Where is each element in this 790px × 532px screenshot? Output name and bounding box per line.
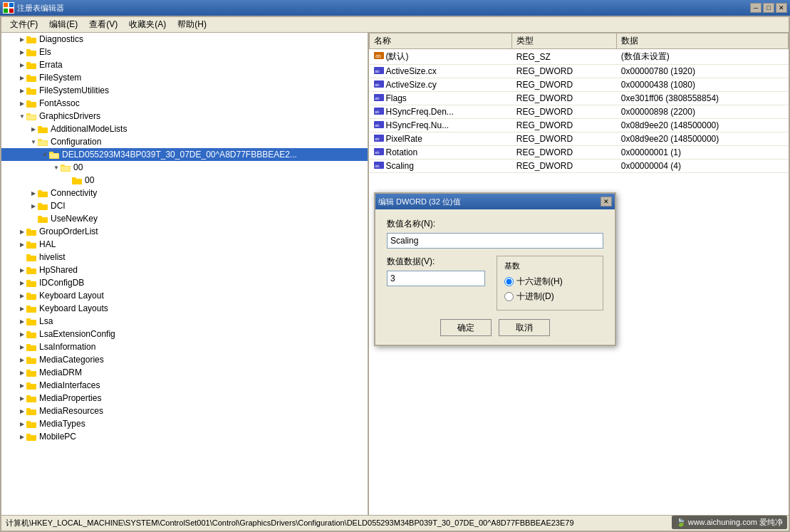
base-label: 基数 <box>504 261 596 271</box>
decimal-radio-item[interactable]: 十进制(D) <box>504 291 596 303</box>
dialog-title-bar: 编辑 DWORD (32 位)值 ✕ <box>375 194 615 209</box>
cancel-button[interactable]: 取消 <box>499 319 550 336</box>
ok-button[interactable]: 确定 <box>440 319 492 336</box>
decimal-radio[interactable] <box>504 292 514 301</box>
dialog-row: 数值数据(V): 基数 十六进制(H) 十进制(D) <box>387 256 603 311</box>
value-data-label: 数值数据(V): <box>387 256 485 268</box>
watermark-text: 🍃 <box>676 518 688 526</box>
hex-radio[interactable] <box>504 277 514 286</box>
watermark-label: www.aichuning.com 爱纯净 <box>688 518 783 526</box>
value-name-input[interactable] <box>387 233 603 249</box>
dialog-body: 数值名称(N): 数值数据(V): 基数 十六进制(H) 十进制(D) <box>375 209 615 345</box>
hex-radio-item[interactable]: 十六进制(H) <box>504 276 596 288</box>
dialog-buttons: 确定 取消 <box>387 319 603 336</box>
hex-label: 十六进制(H) <box>516 276 563 288</box>
dialog-close-button[interactable]: ✕ <box>601 197 612 207</box>
watermark: 🍃 www.aichuning.com 爱纯净 <box>672 516 787 529</box>
dialog-left: 数值数据(V): <box>387 256 485 311</box>
edit-dword-dialog: 编辑 DWORD (32 位)值 ✕ 数值名称(N): 数值数据(V): 基数 … <box>374 192 616 346</box>
value-data-input[interactable] <box>387 271 485 286</box>
dialog-overlay: 编辑 DWORD (32 位)值 ✕ 数值名称(N): 数值数据(V): 基数 … <box>0 0 790 532</box>
decimal-label: 十进制(D) <box>516 291 554 303</box>
value-name-label: 数值名称(N): <box>387 218 603 230</box>
dialog-title: 编辑 DWORD (32 位)值 <box>378 197 461 207</box>
base-group: 基数 十六进制(H) 十进制(D) <box>497 256 603 311</box>
